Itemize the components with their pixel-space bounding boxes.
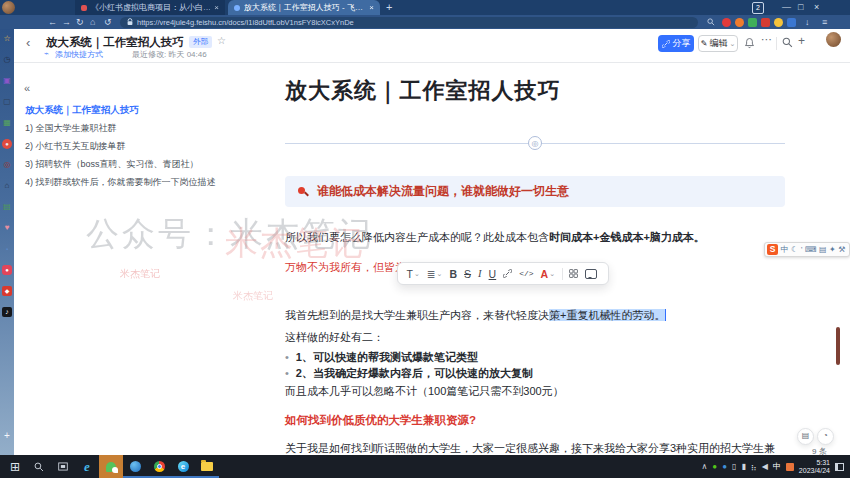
extension-icon[interactable] [774,18,783,27]
user-avatar[interactable] [826,32,841,47]
strikethrough-button[interactable]: S [461,268,475,280]
underline-button[interactable]: U [485,268,500,280]
browser-tab-inactive[interactable]: 《小红书虚拟电商项目：从小白… × [75,0,225,15]
ime-punct-icon[interactable]: ’ [801,244,803,255]
bold-button[interactable]: B [446,268,461,280]
extension-icon[interactable] [722,18,731,27]
add-shortcut-link[interactable]: 添加快捷方式 [55,49,103,60]
tray-mic-icon[interactable]: ▮ [741,462,745,471]
dock-pin-icon[interactable]: ▪ [2,244,12,254]
ime-clipboard-icon[interactable]: ▤ [819,244,827,255]
tray-network-icon[interactable]: ⣦ [751,462,757,471]
ime-tools-icon[interactable]: ⚒ [838,244,845,255]
dock-apps-grid-icon[interactable]: ▦ [2,118,12,128]
dock-record-icon[interactable]: ◎ [2,160,12,170]
list-style-button[interactable]: ≣⌄ [423,268,446,280]
text-style-button[interactable]: T⌄ [403,268,423,280]
url-field[interactable]: https://vre4jule4g.feishu.cn/docs/I1i8dU… [120,17,698,28]
tray-app-orange-icon[interactable] [786,463,794,471]
scrollbar-thumb[interactable] [836,327,840,365]
hidden-icons-chevron[interactable]: ∧ [701,462,707,471]
extension-icon[interactable] [748,18,757,27]
file-explorer-button[interactable] [195,455,219,478]
tray-security-icon[interactable]: ● [722,462,727,471]
insert-link-button[interactable] [500,269,516,278]
doc-canvas[interactable]: 放大系统｜工作室招人技巧 ◎ 谁能低成本解决流量问题，谁就能做好一切生意 所以我… [215,62,836,455]
browser-profile-avatar[interactable] [2,1,15,14]
doc-back-icon[interactable]: ‹ [26,35,30,50]
red-heading[interactable]: 如何找到价低质优的大学生兼职资源? [285,413,785,428]
notifications-bell-icon[interactable] [744,37,755,49]
chrome-app-button[interactable] [147,455,171,478]
tab-count-badge[interactable]: 2 [752,2,764,14]
extension-icon[interactable] [787,18,796,27]
ime-keyboard-icon[interactable]: ⌨ [805,244,817,255]
create-new-icon[interactable]: + [798,34,805,48]
dock-heart-icon[interactable]: ♥ [2,223,12,233]
outline-item-2[interactable]: 2) 小红书互关互助接单群 [25,140,126,153]
ime-skin-icon[interactable]: ✦ [829,244,836,255]
download-icon[interactable]: ↓ [805,17,810,27]
dock-reading-icon[interactable]: ▣ [2,76,12,86]
more-blocks-button[interactable] [566,269,582,278]
new-tab-button[interactable]: + [386,1,392,13]
tab-close-icon[interactable]: × [369,3,374,12]
comment-button[interactable] [582,269,601,279]
bullet-item[interactable]: • 1、可以快速的帮我测试爆款笔记类型 [285,349,785,365]
browser-menu-icon[interactable]: ≡ [822,17,827,27]
ie-icon[interactable]: e [75,455,99,478]
font-color-button[interactable]: A⌄ [537,268,558,280]
edge-app-button[interactable]: e [171,455,195,478]
window-maximize-button[interactable]: □ [798,1,803,14]
share-button[interactable]: 分享 [658,35,694,52]
collapse-outline-icon[interactable]: « [24,82,30,94]
paragraph[interactable]: 所以我们要怎么降低内容生产成本的呢？此处成本包含时间成本+金钱成本+脑力成本。 [285,229,785,245]
search-icon[interactable] [707,18,715,26]
italic-button[interactable]: I [475,268,486,279]
task-view-icon[interactable] [51,455,75,478]
history-icon[interactable]: ↺ [104,17,112,27]
messenger-app-button[interactable] [123,455,147,478]
more-options-icon[interactable]: ⋯ [761,33,772,46]
start-button[interactable]: ⊞ [3,455,27,478]
tray-volume-icon[interactable]: ◀ [762,462,768,471]
dock-favorites-star-icon[interactable]: ☆ [2,34,12,44]
help-button[interactable]: ◔ [817,428,834,445]
edit-button[interactable]: ✎ 编辑 ⌄ [698,35,738,52]
notification-center-icon[interactable] [835,463,844,471]
doc-search-icon[interactable] [782,37,793,48]
dock-history-clock-icon[interactable]: ◷ [2,55,12,65]
outline-item-3[interactable]: 3) 招聘软件（boss直聘、实习僧、青团社） [25,158,199,171]
favorite-star-icon[interactable]: ☆ [217,35,226,46]
dock-notes-icon[interactable]: ▤ [2,202,12,212]
feedback-button[interactable]: ▤ [797,428,814,445]
clock[interactable]: 5:31 2023/4/24 [799,459,830,475]
dock-home-icon[interactable]: ⌂ [2,181,12,191]
window-close-button[interactable]: × [814,1,819,14]
outline-item-4[interactable]: 4) 找到群或软件后，你就需要制作一下岗位描述 [25,176,216,189]
doc-title[interactable]: 放大系统｜工作室招人技巧 [285,76,785,106]
dock-weibo-icon[interactable]: ◆ [2,286,12,296]
paragraph[interactable]: 这样做的好处有二： [285,329,785,345]
forward-icon[interactable]: → [62,17,71,27]
dock-douyin-icon[interactable]: ♪ [2,307,12,317]
refresh-icon[interactable]: ↻ [76,17,84,27]
paragraph-with-selection[interactable]: 我首先想到的是找大学生兼职生产内容，来替代轻度决策+重复机械性的劳动。 [285,307,785,323]
browser-tab-active[interactable]: 放大系统｜工作室招人技巧 - 飞… × [228,0,380,15]
extension-icon[interactable] [761,18,770,27]
callout-block[interactable]: 谁能低成本解决流量问题，谁就能做好一切生意 [285,176,785,207]
dock-xiaohongshu-icon[interactable]: ● [2,265,12,275]
wechat-app-button[interactable] [99,455,123,478]
tab-close-icon[interactable]: × [214,3,219,12]
dock-add-icon[interactable]: + [2,431,12,441]
bullet-item[interactable]: • 2、当我确定好爆款内容后，可以快速的放大复制 [285,365,785,381]
paragraph[interactable]: 而且成本几乎可以忽略不计（100篇笔记只需不到300元） [285,383,785,399]
tray-phone-icon[interactable]: ▯ [732,462,736,471]
taskbar-search-icon[interactable] [27,455,51,478]
inline-code-button[interactable]: </> [516,269,537,278]
tray-app-green-icon[interactable]: ● [712,462,717,471]
extension-icon[interactable] [735,18,744,27]
dock-red-app-icon[interactable]: ● [2,139,12,149]
home-icon[interactable]: ⌂ [90,17,95,27]
window-minimize-button[interactable]: — [782,1,791,14]
